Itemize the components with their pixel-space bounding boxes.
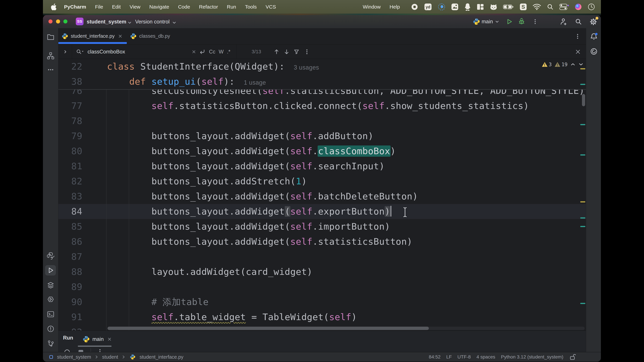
problems-icon[interactable] [43,325,58,333]
previous-match-button[interactable] [273,49,280,55]
run-configuration-selector[interactable]: main [482,18,493,25]
caret-position-widget[interactable]: 84:52 [429,354,440,360]
search-everywhere-button[interactable] [574,17,582,26]
menu-file[interactable]: File [95,4,103,10]
error-stripe-mark-yellow[interactable] [580,68,585,69]
menu-window[interactable]: Window [363,4,381,10]
menu-refactor[interactable]: Refactor [199,4,218,10]
clock-icon[interactable] [588,3,595,11]
breadcrumb-item[interactable]: student [102,354,118,360]
notifications-bell-icon[interactable] [586,32,601,41]
rerun-button[interactable] [63,348,71,352]
more-actions-button[interactable] [532,18,538,25]
search-history-icon[interactable] [76,49,84,55]
tab-classes_db.py[interactable]: classes_db.py [127,28,174,44]
line-number[interactable]: 91 [58,310,82,325]
line-number[interactable]: 89 [58,279,82,295]
record-icon[interactable] [411,3,418,11]
inspections-widget[interactable]: 3 19 [542,61,584,68]
battery-charging-icon[interactable] [503,4,514,10]
insert-newline-icon[interactable] [199,48,206,55]
project-folder-icon[interactable] [43,33,58,41]
write-access-lock-icon[interactable] [569,353,576,361]
line-number[interactable]: 87 [58,249,82,264]
regex-toggle[interactable]: .* [227,49,230,55]
usages-inlay-hint[interactable]: 3 usages [294,64,319,71]
line-number[interactable]: 84 [58,204,82,219]
line-number[interactable]: 86 [58,234,82,249]
settings-button[interactable] [589,17,598,26]
indent-widget[interactable]: 4 spaces [476,354,495,360]
menu-view[interactable]: View [130,4,140,10]
line-number[interactable]: 78 [58,113,82,129]
surge-icon[interactable]: S [520,3,527,11]
project-widget[interactable]: student_system [87,19,126,25]
chevron-down-icon[interactable] [494,19,500,24]
line-number[interactable]: 88 [58,264,82,279]
more-options-button[interactable] [304,48,310,55]
terminal-icon[interactable] [43,310,58,319]
usages-inlay-hint[interactable]: 1 usage [244,79,266,86]
line-number[interactable]: 81 [58,159,82,174]
youdao-icon[interactable]: yd [424,3,432,11]
expand-search-icon[interactable] [63,49,68,54]
ai-assistant-icon[interactable] [586,47,601,56]
menu-run[interactable]: Run [227,4,236,10]
line-ending-widget[interactable]: LF [446,354,452,360]
vertical-scrollbar[interactable] [582,94,585,106]
close-find-bar-button[interactable] [574,48,581,55]
debug-button[interactable] [518,18,526,25]
python-packages-icon[interactable] [43,252,58,260]
python-console-icon[interactable] [43,295,58,304]
filter-search-button[interactable] [293,48,300,55]
wifi-icon[interactable] [532,3,541,10]
words-toggle[interactable]: W [219,49,224,55]
next-problem-icon[interactable] [578,61,584,67]
error-stripe-mark-yellow[interactable] [580,201,585,202]
screen-record-icon[interactable] [438,3,446,11]
menu-edit[interactable]: Edit [112,4,121,10]
sticky-code-line[interactable]: 22class StudentInterface(QWidget):3 usag… [58,59,586,74]
horizontal-scrollbar[interactable] [108,327,585,330]
zoom-window-button[interactable] [64,19,68,23]
match-case-toggle[interactable]: Cc [209,49,215,55]
more-button[interactable] [96,348,103,352]
menu-navigate[interactable]: Navigate [149,4,169,10]
more-tabs-button[interactable] [574,33,581,40]
error-stripe-mark-teal[interactable] [580,217,585,219]
close-run-tab-icon[interactable] [107,337,112,342]
breadcrumb-item[interactable]: student_system [57,354,91,360]
menu-vcs[interactable]: VCS [266,4,276,10]
error-stripe-mark-teal[interactable] [580,84,585,85]
split-screen-icon[interactable] [476,3,484,11]
run-icon[interactable] [43,266,58,275]
run-button[interactable] [506,18,513,25]
more-tools-icon[interactable] [43,65,58,74]
sticky-code-line[interactable]: 38 def setup_ui(self):1 usage [58,74,586,89]
code-with-me-button[interactable] [560,17,568,26]
error-stripe-mark-teal[interactable] [580,124,585,125]
previous-problem-icon[interactable] [570,61,576,67]
horizontal-scrollbar-thumb[interactable] [108,327,429,330]
stop-button[interactable] [77,348,85,352]
run-tab-main[interactable]: main [83,333,112,346]
interpreter-widget[interactable]: Python 3.12 (student_system) [501,354,563,360]
version-control-icon[interactable] [43,340,58,348]
tab-student_interface.py[interactable]: student_interface.py [58,28,127,44]
menu-help[interactable]: Help [390,4,400,10]
qq-icon[interactable] [464,3,471,11]
services-icon[interactable] [43,281,58,290]
line-number[interactable]: 85 [58,219,82,234]
vcs-widget[interactable]: Version control [135,19,170,25]
line-number[interactable]: 92 [58,325,82,331]
photos-icon[interactable] [451,3,459,11]
spotlight-search-icon[interactable] [546,3,554,10]
close-window-button[interactable] [48,19,52,23]
error-stripe-mark-teal[interactable] [580,303,585,304]
breadcrumb-item[interactable]: student_interface.py [140,354,183,360]
run-panel-title[interactable]: Run [63,335,73,341]
error-stripe-mark-teal[interactable] [580,154,585,156]
code-editor[interactable]: 76 setCustomStylesheet(self.statisticsBu… [58,59,586,331]
line-number[interactable]: 80 [58,144,82,159]
menu-code[interactable]: Code [178,4,190,10]
